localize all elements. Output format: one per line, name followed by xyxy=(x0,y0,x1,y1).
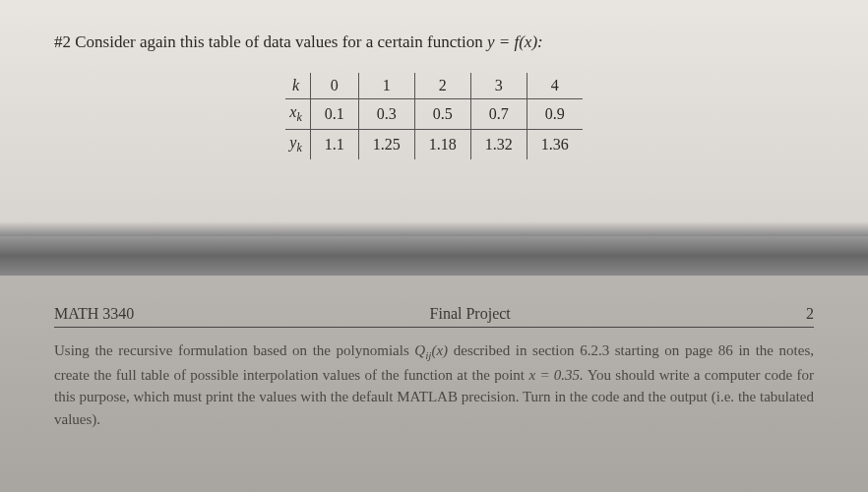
top-page-section: #2 Consider again this table of data val… xyxy=(0,0,868,179)
problem-text: Consider again this table of data values… xyxy=(75,32,482,51)
cell: 1.32 xyxy=(470,129,527,159)
cell: 4 xyxy=(527,73,583,99)
problem-statement: #2 Consider again this table of data val… xyxy=(54,30,814,55)
problem-number: #2 xyxy=(54,32,71,51)
page-divider xyxy=(0,236,868,276)
cell: 0.3 xyxy=(358,98,414,129)
cell: 1.36 xyxy=(527,129,583,159)
row-label-k: k xyxy=(285,73,310,99)
cell: 1 xyxy=(358,73,414,99)
cell: 0.1 xyxy=(310,98,358,129)
row-label-yk: yk xyxy=(285,129,310,159)
cell: 1.25 xyxy=(358,129,414,159)
cell: 1.1 xyxy=(310,129,358,159)
cell: 0.9 xyxy=(527,98,583,129)
cell: 3 xyxy=(470,73,527,99)
page-title: Final Project xyxy=(134,305,806,323)
cell: 0.7 xyxy=(470,98,527,129)
page-number: 2 xyxy=(806,305,814,323)
polynomial-symbol: Qij(x) xyxy=(414,342,448,358)
cell: 0 xyxy=(310,73,358,99)
problem-equation: y = f(x): xyxy=(487,32,543,51)
point-value: x = 0.35. xyxy=(528,367,583,383)
table-row: yk 1.1 1.25 1.18 1.32 1.36 xyxy=(285,129,582,159)
body-part1: Using the recursive formulation based on… xyxy=(54,342,414,358)
cell: 2 xyxy=(414,73,470,99)
bottom-page-section: MATH 3340 Final Project 2 Using the recu… xyxy=(0,305,868,430)
table-row: xk 0.1 0.3 0.5 0.7 0.9 xyxy=(285,98,582,129)
data-table: k 0 1 2 3 4 xk 0.1 0.3 0.5 0.7 0.9 yk 1.… xyxy=(285,73,582,159)
course-code: MATH 3340 xyxy=(54,305,134,323)
cell: 0.5 xyxy=(414,98,470,129)
row-label-xk: xk xyxy=(285,98,310,129)
cell: 1.18 xyxy=(414,129,470,159)
table-row: k 0 1 2 3 4 xyxy=(285,73,582,99)
body-paragraph: Using the recursive formulation based on… xyxy=(54,339,814,430)
page-header: MATH 3340 Final Project 2 xyxy=(54,305,814,328)
